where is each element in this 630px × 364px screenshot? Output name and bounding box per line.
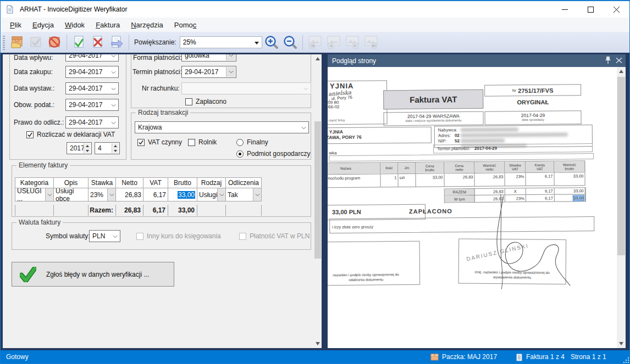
vat-active-checkbox[interactable] (137, 139, 145, 146)
close-button[interactable] (604, 1, 629, 18)
image-first-icon (307, 35, 323, 49)
scroll-down-icon[interactable] (617, 339, 626, 348)
chevron-down-icon (111, 87, 116, 91)
business-radio[interactable] (236, 150, 244, 158)
final-label: Finalny (247, 138, 268, 146)
date-deduction-label: Prawo do odlicz.: (14, 119, 64, 126)
stawka-cell[interactable]: 23% (89, 188, 116, 201)
menu-edycja[interactable]: Edycja (27, 19, 59, 31)
invoice-number-box: Nr 2751/17/FVS (484, 84, 581, 97)
rodzaj-cell[interactable]: Usługi (197, 188, 226, 201)
spin-up-icon[interactable] (112, 143, 119, 148)
date-taxduty-label: Obow. podat.: (14, 101, 54, 109)
reject-package-button[interactable] (46, 33, 63, 51)
year-spinner[interactable]: 2017 (67, 142, 92, 154)
preview-panel-header[interactable]: Podgląd strony (328, 54, 626, 67)
sign-left-box: nazwisko i podpis osoby upoważnionej do … (328, 241, 420, 286)
scroll-up-icon[interactable] (617, 67, 626, 76)
table-header-row: Kategoria Opis Stawka Netto VAT Brutto R… (15, 177, 262, 188)
close-icon (614, 7, 620, 13)
currency-symbol-combo[interactable]: PLN (89, 230, 120, 242)
month-spinner[interactable]: 4 (95, 142, 120, 154)
col-odliczenia: Odliczenia (226, 177, 262, 188)
menu-pomoc[interactable]: Pomoc (169, 19, 202, 31)
reject-package-icon (47, 35, 62, 49)
preview-scrollbar[interactable] (617, 67, 626, 348)
green-check-icon (20, 267, 36, 282)
final-radio[interactable] (236, 139, 244, 146)
date-issue-combo[interactable]: 29-04-2017 (65, 82, 119, 94)
open-package-button[interactable] (8, 33, 26, 51)
scrollbar-thumb[interactable] (617, 77, 625, 255)
date-deduction-combo[interactable]: 29-04-2017 (65, 116, 119, 128)
reject-invoice-button[interactable] (89, 33, 107, 51)
term-label: Termin płatności: (437, 146, 470, 152)
vat-cell[interactable]: 6,17 (143, 188, 168, 201)
toolbar-grip[interactable] (3, 35, 5, 50)
transfer-invoice-button[interactable] (108, 33, 125, 51)
brutto-cell[interactable]: 33,00 (168, 188, 197, 201)
scroll-up-icon[interactable] (314, 54, 322, 63)
opis-cell[interactable]: Usługi obce (54, 188, 89, 201)
payment-form-combo[interactable]: gotówka (181, 54, 236, 61)
date-purchase-combo[interactable]: 29-04-2017 (65, 66, 119, 78)
status-invoice: Faktura 1 z 4 (526, 353, 565, 361)
zoom-in-button[interactable] (263, 33, 280, 51)
date-receipt-combo[interactable]: 29-04-2017 (65, 54, 119, 61)
netto-cell[interactable]: 26,83 (116, 188, 143, 201)
vat-declaration-checkbox[interactable] (26, 131, 34, 138)
form-scrollbar[interactable] (314, 54, 322, 348)
title-bar[interactable]: ARHAT - InvoiceDigitizer Weryfikator (1, 1, 629, 18)
preview-viewport[interactable]: YJNIA anielska , ul. Pory 76 09 80 -66-0… (328, 67, 626, 348)
menu-widok[interactable]: Widok (59, 19, 90, 31)
close-icon[interactable] (616, 56, 622, 64)
kategoria-cell[interactable]: USŁUGI ... (15, 188, 54, 201)
spin-up-icon[interactable] (84, 143, 91, 148)
chevron-down-icon (253, 188, 261, 201)
toolbar-separator (302, 35, 303, 50)
col-netto: Netto (116, 177, 143, 188)
payment-term-combo[interactable]: 29-04-2017 (181, 66, 236, 78)
menu-faktura[interactable]: Faktura (90, 19, 125, 31)
minimize-button[interactable] (552, 1, 578, 18)
chevron-down-icon (255, 42, 259, 44)
resize-grip[interactable] (623, 357, 629, 363)
spin-down-icon[interactable] (84, 148, 91, 153)
spin-down-icon[interactable] (112, 148, 119, 153)
chevron-down-icon (301, 126, 306, 130)
zoom-label: Powiększanie: (134, 38, 176, 46)
paid-stamp: ZAPŁACONO (409, 208, 452, 215)
scrollbar-thumb[interactable] (314, 121, 321, 259)
date-taxduty-combo[interactable]: 29-04-2017 (65, 99, 119, 111)
menu-plik[interactable]: Plik (4, 19, 27, 31)
menu-narzedzia[interactable]: Narzędzia (125, 19, 169, 31)
maximize-icon (588, 7, 594, 13)
invoice-number: 2751/17/FVS (518, 87, 553, 94)
status-bar: Gotowy Paczka: MAJ 2017 Faktura 1 z 4 St… (1, 350, 630, 364)
report-errors-button[interactable]: Zgłoś błędy w danych weryfikacji ... (12, 262, 174, 287)
vat-pln-checkbox (239, 233, 246, 240)
chevron-down-icon (111, 54, 116, 58)
accept-invoice-button[interactable] (70, 33, 88, 51)
seller-caption: część firmy (329, 119, 345, 122)
farmer-checkbox[interactable] (188, 139, 195, 146)
amount-words: i trzy złote zero groszy (332, 225, 373, 230)
scroll-down-icon[interactable] (314, 339, 322, 348)
pin-icon[interactable] (605, 56, 611, 64)
check-icon (27, 132, 33, 138)
image-prev-icon (326, 35, 341, 49)
paid-checkbox[interactable] (185, 98, 192, 105)
transaction-type-combo[interactable]: Krajowa (135, 121, 309, 133)
last-page-button (362, 33, 380, 51)
zoom-combobox[interactable]: 25% (180, 36, 262, 48)
address-label: Adres: (438, 133, 451, 138)
document-x-icon (91, 35, 105, 49)
zoom-out-button[interactable] (281, 33, 299, 51)
chevron-down-icon (111, 121, 116, 125)
odliczenia-cell[interactable]: Tak (226, 188, 262, 201)
vat-declaration-label: Rozliczać w deklaracji VAT (37, 131, 115, 138)
prev-page-button (325, 33, 342, 51)
invoice-elements-table: Kategoria Opis Stawka Netto VAT Brutto R… (15, 177, 262, 201)
other-rate-checkbox (136, 233, 143, 240)
maximize-button[interactable] (578, 1, 604, 18)
